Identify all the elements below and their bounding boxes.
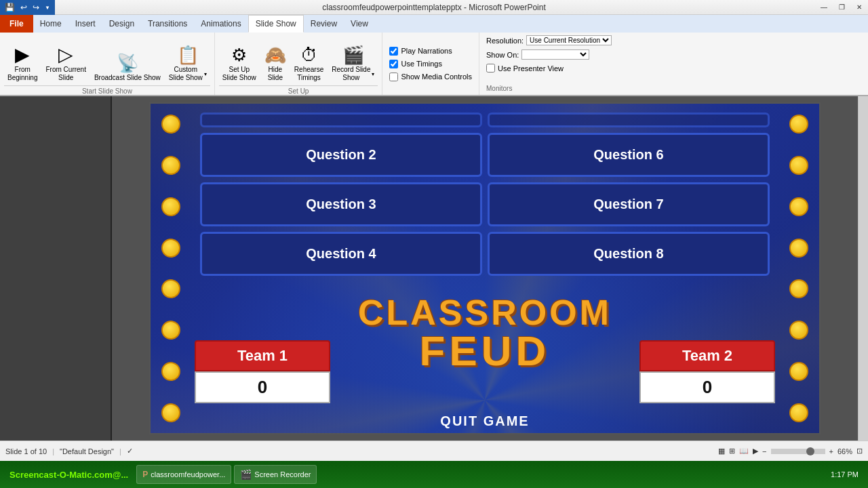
- show-media-check[interactable]: Show Media Controls: [389, 73, 472, 81]
- team-boxes: Team 1 0 Team 2 0: [195, 340, 775, 403]
- status-left: Slide 1 of 10 | "Default Design" | ✓: [5, 447, 710, 455]
- use-timings-label: Use Timings: [401, 60, 442, 68]
- question-7-button[interactable]: Question 7: [488, 182, 770, 226]
- ppt-label: classroomfeudpower...: [151, 470, 225, 479]
- play-narrations-input[interactable]: [389, 47, 398, 56]
- presenter-view-label: Use Presenter View: [498, 64, 564, 73]
- recorder-icon: 🎬: [240, 469, 252, 480]
- taskbar-brand: Screencast-O-Matic.com@...: [4, 470, 134, 480]
- zoom-bar[interactable]: [771, 449, 825, 454]
- use-timings-check[interactable]: Use Timings: [389, 60, 472, 68]
- status-right: ▦ ⊞ 📖 ▶ − + 66% ⊡: [718, 447, 863, 455]
- question-8-button[interactable]: Question 8: [488, 232, 770, 276]
- qa-dropdown[interactable]: ▼: [43, 5, 52, 11]
- dot: [161, 197, 180, 216]
- scrollbar[interactable]: [858, 96, 868, 441]
- tab-transitions[interactable]: Transitions: [141, 15, 194, 33]
- question-3-button[interactable]: Question 3: [200, 182, 482, 226]
- qa-undo[interactable]: ↩: [18, 3, 29, 12]
- resolution-label: Resolution:: [486, 37, 524, 45]
- setup-label-bottom: Set Up: [219, 85, 378, 95]
- rehearse-icon: ⏱: [300, 45, 318, 66]
- slide-counter: Slide 1 of 10: [5, 447, 47, 455]
- tab-view[interactable]: View: [344, 15, 375, 33]
- view-slideshow[interactable]: ▶: [753, 447, 758, 455]
- quick-access: 💾 ↩ ↪ ▼: [0, 0, 55, 15]
- from-current-button[interactable]: ▷ From CurrentSlide: [42, 41, 89, 84]
- show-on-row: Show On:: [486, 49, 612, 60]
- rehearse-button[interactable]: ⏱ RehearseTimings: [291, 43, 327, 84]
- dot: [789, 239, 808, 258]
- zoom-out[interactable]: −: [762, 447, 766, 455]
- resolution-select[interactable]: Use Current Resolution: [526, 35, 612, 45]
- ppt-taskbar-item[interactable]: P classroomfeudpower...: [136, 465, 231, 484]
- question-4-button[interactable]: Question 4: [200, 232, 482, 276]
- question-5-button[interactable]: [488, 113, 770, 127]
- team2-score: 0: [639, 371, 775, 403]
- screen-recorder-taskbar-item[interactable]: 🎬 Screen Recorder: [234, 465, 317, 484]
- tab-animations[interactable]: Animations: [194, 15, 248, 33]
- zoom-in[interactable]: +: [829, 447, 833, 455]
- show-on-label: Show On:: [486, 51, 519, 59]
- view-normal[interactable]: ▦: [718, 447, 725, 455]
- zoom-level: 66%: [837, 447, 852, 455]
- tab-review[interactable]: Review: [304, 15, 344, 33]
- dot: [789, 279, 808, 298]
- tab-insert[interactable]: Insert: [68, 15, 102, 33]
- view-reading[interactable]: 📖: [739, 447, 749, 455]
- theme-name: "Default Design": [60, 447, 114, 455]
- dot: [161, 115, 180, 134]
- dot: [161, 239, 180, 258]
- from-beginning-button[interactable]: ▶ FromBeginning: [4, 41, 41, 84]
- window-title: classroomfeudpowerpointtemplatepptx - Mi…: [322, 3, 545, 12]
- view-slidesorter[interactable]: ⊞: [729, 447, 735, 455]
- question-6-button[interactable]: Question 6: [488, 133, 770, 177]
- dot: [161, 321, 180, 340]
- dots-right: [778, 104, 819, 433]
- broadcast-icon: 📡: [117, 53, 138, 74]
- qa-redo[interactable]: ↪: [31, 3, 41, 12]
- hide-icon: 🙈: [264, 45, 286, 66]
- dot: [161, 362, 180, 381]
- show-on-select[interactable]: [521, 49, 589, 60]
- ppt-icon: P: [142, 470, 148, 479]
- dot: [789, 197, 808, 216]
- qa-save[interactable]: 💾: [3, 3, 17, 12]
- questions-grid: Question 2 Question 6 Question 3 Questio…: [195, 107, 775, 281]
- dot: [789, 403, 808, 422]
- presenter-view-check[interactable]: Use Presenter View: [486, 64, 612, 73]
- taskbar: Screencast-O-Matic.com@... P classroomfe…: [0, 461, 868, 488]
- tab-design[interactable]: Design: [102, 15, 141, 33]
- setup-slideshow-button[interactable]: ⚙ Set UpSlide Show: [219, 43, 260, 84]
- ribbon-tabs: File Home Insert Design Transitions Anim…: [0, 15, 868, 33]
- record-label: Record SlideShow: [332, 66, 370, 82]
- tab-file[interactable]: File: [0, 15, 33, 33]
- play-narrations-check[interactable]: Play Narrations: [389, 47, 472, 56]
- main-area: Question 2 Question 6 Question 3 Questio…: [0, 96, 868, 441]
- tab-slide-show[interactable]: Slide Show: [248, 15, 304, 33]
- question-1-button[interactable]: [200, 113, 482, 127]
- ribbon-group-setup: ⚙ Set UpSlide Show 🙈 HideSlide ⏱ Rehears…: [215, 33, 383, 95]
- minimize-button[interactable]: —: [815, 0, 833, 14]
- ribbon-group-options: Play Narrations Use Timings Show Media C…: [382, 33, 479, 95]
- record-button[interactable]: 🎬 Record SlideShow ▾: [328, 43, 378, 84]
- slide: Question 2 Question 6 Question 3 Questio…: [149, 102, 821, 434]
- from-current-label: From CurrentSlide: [45, 66, 85, 82]
- custom-slideshow-button[interactable]: 📋 CustomSlide Show ▾: [165, 43, 210, 84]
- broadcast-button[interactable]: 📡 Broadcast Slide Show: [91, 51, 164, 84]
- quit-game-button[interactable]: QUIT GAME: [440, 413, 529, 429]
- tab-home[interactable]: Home: [33, 15, 68, 33]
- show-media-input[interactable]: [389, 73, 398, 81]
- maximize-button[interactable]: ❐: [833, 0, 850, 14]
- close-button[interactable]: ✕: [850, 0, 868, 14]
- presenter-view-input[interactable]: [486, 64, 495, 73]
- title-bar: 💾 ↩ ↪ ▼ classroomfeudpowerpointtemplatep…: [0, 0, 868, 15]
- question-2-button[interactable]: Question 2: [200, 133, 482, 177]
- dots-left: [151, 104, 191, 433]
- use-timings-input[interactable]: [389, 60, 398, 68]
- slide-canvas-area: Question 2 Question 6 Question 3 Questio…: [112, 96, 858, 441]
- fit-window[interactable]: ⊡: [856, 447, 863, 455]
- hide-slide-button[interactable]: 🙈 HideSlide: [261, 43, 290, 84]
- hide-label: HideSlide: [268, 66, 283, 82]
- recorder-label: Screen Recorder: [254, 470, 311, 479]
